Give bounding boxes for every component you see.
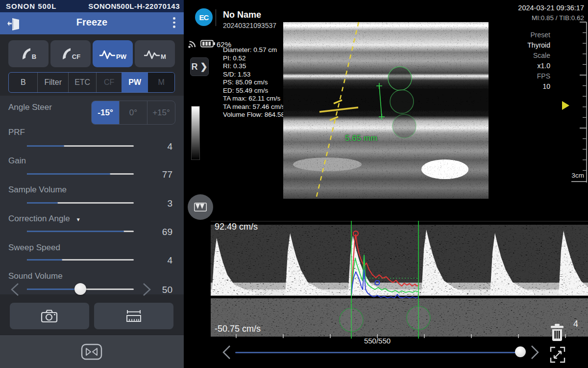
cine-scrollbar-thumb[interactable] xyxy=(515,346,526,357)
cine-prev-icon[interactable] xyxy=(220,344,232,360)
cine-scrollbar-track[interactable] xyxy=(235,352,520,353)
grayscale-bar xyxy=(191,106,200,160)
tab-b[interactable]: B xyxy=(9,73,37,92)
probe-mark-icon[interactable] xyxy=(81,343,102,360)
fps-value: 10 xyxy=(490,81,550,92)
sample-volume-slider[interactable] xyxy=(27,202,134,204)
depth-label: 3cm xyxy=(563,172,584,179)
battery-icon xyxy=(200,39,216,48)
sound-volume-value: 50 xyxy=(143,285,172,295)
touch-point-circle xyxy=(388,67,412,90)
mode-button-label: CF xyxy=(72,53,80,60)
correction-angle-value: 69 xyxy=(143,227,172,237)
tab-cf[interactable]: CF xyxy=(96,73,122,92)
datetime: 2024-03-21 09:36:17 xyxy=(518,4,584,12)
caliper-value-label: 5.65 mm xyxy=(345,133,377,143)
header-divider xyxy=(216,9,216,26)
imaging-stage: EC No Name 20240321093537 2024-03-21 09:… xyxy=(184,0,588,368)
pw-mode-icon xyxy=(99,48,116,60)
mode-button-pw[interactable]: PW xyxy=(93,40,133,67)
sound-volume-decrease-icon[interactable] xyxy=(9,282,21,297)
spectrum-toggle-button[interactable] xyxy=(188,194,213,220)
panel-header: Freeze xyxy=(0,12,184,34)
prf-slider[interactable] xyxy=(27,145,134,147)
mode-button-label: B xyxy=(32,53,36,60)
gain-value: 77 xyxy=(143,169,172,180)
touch-point-circle xyxy=(390,90,414,113)
bmode-image[interactable] xyxy=(283,22,489,199)
patient-name: No Name xyxy=(223,10,261,20)
touch-point-circle xyxy=(407,306,430,330)
doppler-spectrum[interactable] xyxy=(211,221,588,339)
settings-tabbar: B Filter ETC CF PW M xyxy=(8,72,175,93)
device-topbar: SONON 500L SONON500L-H-22070143 xyxy=(0,0,184,12)
tab-pw[interactable]: PW xyxy=(122,73,148,92)
tab-etc[interactable]: ETC xyxy=(68,73,97,92)
touch-point-circle xyxy=(340,308,363,332)
dropdown-caret-icon[interactable]: ▼ xyxy=(76,217,81,222)
report-toggle-button[interactable]: R ❯ xyxy=(190,57,209,76)
mode-button-cf[interactable]: CF xyxy=(50,40,91,67)
camera-icon xyxy=(40,309,59,323)
sweep-speed-label: Sweep Speed xyxy=(8,243,60,253)
tab-m[interactable]: M xyxy=(148,73,174,92)
correction-angle-row: Correction Angle▼ xyxy=(8,214,81,224)
kebab-menu-icon[interactable] xyxy=(173,17,176,30)
mode-button-label: PW xyxy=(116,53,126,60)
healcerion-logo[interactable]: EC xyxy=(195,8,213,26)
sound-volume-label: Sound Volume xyxy=(8,271,63,281)
sample-volume-value: 3 xyxy=(143,198,172,209)
prf-label: PRF xyxy=(8,128,25,137)
preset-label: Preset xyxy=(490,30,550,40)
m-mode-icon xyxy=(144,48,160,60)
prf-value: 4 xyxy=(143,141,172,152)
mode-button-m[interactable]: M xyxy=(135,40,175,67)
correction-angle-slider[interactable] xyxy=(27,231,134,232)
sweep-speed-slider[interactable] xyxy=(27,259,134,261)
gain-label: Gain xyxy=(8,156,26,166)
frame-count: 4 xyxy=(573,319,578,329)
image-info-panel: Preset Thyroid Scale x1.0 FPS 10 xyxy=(490,30,550,92)
cine-position-label: 550/550 xyxy=(333,337,421,345)
wifi-icon xyxy=(188,39,198,49)
depth-ruler xyxy=(559,19,588,188)
sample-volume-label: Sample Volume xyxy=(8,185,67,195)
spectrum-icon xyxy=(194,203,207,211)
b-mode-icon xyxy=(21,47,31,61)
fullscreen-icon[interactable] xyxy=(549,346,566,364)
device-model: SONON 500L xyxy=(6,0,56,12)
mode-button-label: M xyxy=(161,53,166,60)
device-serial: SONON500L-H-22070143 xyxy=(88,0,180,12)
angle-steer-plus15[interactable]: +15° xyxy=(147,101,175,124)
sound-volume-thumb[interactable] xyxy=(74,283,86,295)
capture-button[interactable] xyxy=(10,303,89,329)
velocity-max-label: 92.49 cm/s xyxy=(215,222,258,232)
sweep-speed-value: 4 xyxy=(143,255,172,266)
gain-slider[interactable] xyxy=(27,173,134,175)
touch-point-circle xyxy=(392,114,416,138)
fps-label: FPS xyxy=(490,71,550,81)
control-panel: SONON 500L SONON500L-H-22070143 Freeze B… xyxy=(0,0,184,368)
angle-steer-minus15[interactable]: -15° xyxy=(92,101,119,124)
velocity-min-label: -50.75 cm/s xyxy=(215,324,261,334)
panel-title: Freeze xyxy=(0,17,184,28)
cine-next-icon[interactable] xyxy=(529,344,541,360)
angle-steer-0[interactable]: 0° xyxy=(119,101,147,124)
patient-id: 20240321093537 xyxy=(223,22,276,29)
cf-mode-icon xyxy=(61,47,72,61)
tab-filter[interactable]: Filter xyxy=(37,73,68,92)
angle-steer-label: Angle Steer xyxy=(8,103,52,112)
scale-label: Scale xyxy=(490,51,550,61)
angle-steer-segments: -15° 0° +15° xyxy=(91,101,175,125)
correction-angle-label: Correction Angle xyxy=(8,214,70,223)
measure-button[interactable] xyxy=(94,303,173,329)
ruler-icon xyxy=(125,310,143,323)
preset-value: Thyroid xyxy=(490,40,550,51)
panel-footer xyxy=(0,335,184,368)
scale-value: x1.0 xyxy=(490,61,550,71)
delete-measurement-icon[interactable] xyxy=(550,324,564,342)
mode-button-b[interactable]: B xyxy=(8,40,49,67)
